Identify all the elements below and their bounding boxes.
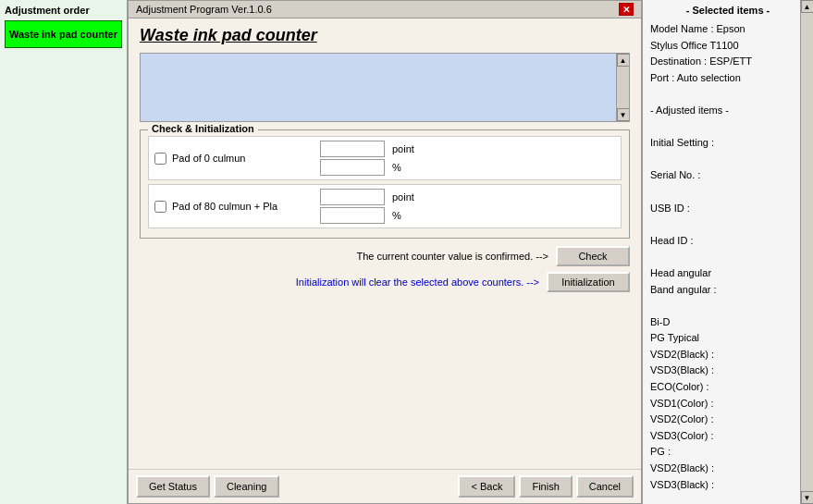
pad0-unit2: %	[392, 162, 401, 173]
pg: PG :	[650, 444, 806, 461]
back-button[interactable]: < Back	[458, 475, 515, 498]
adjustment-order-title: Adjustment order	[5, 5, 122, 16]
check-init-section: Check & Initialization Pad of 0 culmun p…	[140, 129, 630, 239]
pad80-percent-input[interactable]	[320, 207, 385, 224]
pg-typical: PG Typical	[650, 330, 806, 347]
band-angular: Band angular :	[650, 282, 806, 299]
model-name: Model Name : Epson	[650, 21, 806, 38]
pad80-checkbox[interactable]	[154, 201, 166, 213]
usb-id: USB ID :	[650, 201, 806, 217]
pad80-label: Pad of 80 culmun + Pla	[172, 201, 320, 212]
scroll-up-btn[interactable]: ▲	[617, 54, 630, 67]
pad0-percent-input[interactable]	[320, 159, 385, 176]
selected-items-title: - Selected items -	[650, 5, 806, 16]
info-text: The current counter value is confirmed. …	[356, 251, 548, 262]
vsd2-black: VSD2(Black) :	[650, 347, 806, 363]
init-row: Initialization will clear the selected a…	[140, 272, 630, 292]
right-scroll-up[interactable]: ▲	[801, 0, 814, 13]
adjusted-items-title: - Adjusted items -	[650, 103, 806, 119]
right-info: Model Name : Epson Stylus Office T1100 D…	[650, 21, 806, 493]
waste-ink-pad-button[interactable]: Waste ink pad counter	[5, 20, 122, 48]
vsd2-color: VSD2(Color) :	[650, 412, 806, 428]
right-panel-scrollbar[interactable]: ▲ ▼	[800, 0, 813, 504]
vsd3-black: VSD3(Black) :	[650, 363, 806, 379]
page-title: Waste ink pad counter	[140, 26, 630, 45]
pad0-label: Pad of 0 culmun	[172, 153, 320, 164]
pad0-unit1: point	[392, 143, 414, 154]
get-status-button[interactable]: Get Status	[136, 475, 210, 498]
vsd3-black2: VSD3(Black) :	[650, 477, 806, 494]
cleaning-button[interactable]: Cleaning	[214, 475, 279, 498]
scroll-down-btn[interactable]: ▼	[617, 108, 630, 121]
check-button[interactable]: Check	[556, 246, 630, 266]
vsd2-black2: VSD2(Black) :	[650, 461, 806, 477]
pad80-row: Pad of 80 culmun + Pla point %	[148, 184, 622, 228]
text-display-area: ▲ ▼	[140, 53, 630, 122]
right-panel: - Selected items - Model Name : Epson St…	[642, 0, 813, 504]
pad80-unit2: %	[392, 210, 401, 221]
pad0-point-input[interactable]	[320, 141, 385, 157]
scrollbar-right[interactable]: ▲ ▼	[616, 54, 629, 121]
section-legend: Check & Initialization	[148, 123, 258, 134]
finish-button[interactable]: Finish	[519, 475, 572, 498]
vsd3-color: VSD3(Color) :	[650, 428, 806, 445]
initialization-button[interactable]: Initialization	[547, 272, 630, 292]
pad0-row: Pad of 0 culmun point %	[148, 136, 622, 180]
title-bar-text: Adjustment Program Ver.1.0.6	[136, 4, 272, 15]
cancel-button[interactable]: Cancel	[576, 475, 634, 498]
left-panel: Adjustment order Waste ink pad counter	[0, 0, 128, 504]
close-button[interactable]: ✕	[619, 3, 634, 16]
eco-color: ECO(Color) :	[650, 379, 806, 396]
destination: Destination : ESP/ETT	[650, 54, 806, 70]
check-row: The current counter value is confirmed. …	[140, 244, 630, 268]
initial-setting: Initial Setting :	[650, 135, 806, 152]
main-content: Waste ink pad counter ▲ ▼ Check & Initia…	[129, 18, 641, 469]
bottom-bar: Get Status Cleaning < Back Finish Cancel	[129, 469, 641, 503]
title-bar: Adjustment Program Ver.1.0.6 ✕	[129, 1, 641, 18]
init-text: Initialization will clear the selected a…	[296, 277, 539, 288]
serial-no: Serial No. :	[650, 167, 806, 184]
head-angular: Head angular	[650, 265, 806, 282]
vsd1-color: VSD1(Color) :	[650, 396, 806, 412]
pad80-unit1: point	[392, 191, 414, 203]
right-scroll-down[interactable]: ▼	[801, 491, 814, 504]
port: Port : Auto selection	[650, 70, 806, 87]
pad0-checkbox[interactable]	[154, 153, 166, 165]
head-id: Head ID :	[650, 233, 806, 250]
stylus-model: Stylus Office T1100	[650, 38, 806, 55]
bi-d: Bi-D	[650, 314, 806, 331]
pad80-point-input[interactable]	[320, 189, 385, 205]
main-panel: Adjustment Program Ver.1.0.6 ✕ Waste ink…	[128, 0, 642, 504]
